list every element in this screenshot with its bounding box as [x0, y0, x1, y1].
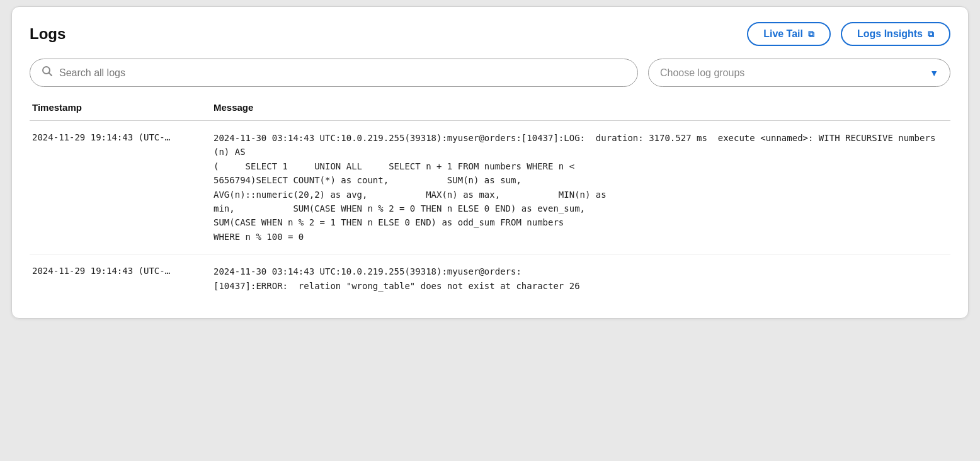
logs-panel: Logs Live Tail ⧉ Logs Insights ⧉ Choose …	[11, 6, 969, 319]
header: Logs Live Tail ⧉ Logs Insights ⧉	[30, 22, 950, 46]
log-message: 2024-11-30 03:14:43 UTC:10.0.219.255(393…	[206, 265, 950, 293]
column-header-message: Message	[206, 100, 950, 115]
svg-line-1	[49, 73, 52, 76]
live-tail-external-icon: ⧉	[808, 29, 814, 40]
logs-insights-button[interactable]: Logs Insights ⧉	[841, 22, 950, 46]
search-icon	[42, 65, 53, 80]
log-table-body: 2024-11-29 19:14:43 (UTC-… 2024-11-30 03…	[30, 121, 950, 303]
table-row: 2024-11-29 19:14:43 (UTC-… 2024-11-30 03…	[30, 254, 950, 303]
search-box	[30, 59, 638, 87]
search-row: Choose log groups ▼	[30, 59, 950, 87]
search-input[interactable]	[59, 67, 626, 79]
live-tail-label: Live Tail	[763, 28, 803, 40]
log-timestamp: 2024-11-29 19:14:43 (UTC-…	[30, 131, 206, 244]
logs-insights-external-icon: ⧉	[928, 29, 934, 40]
log-message: 2024-11-30 03:14:43 UTC:10.0.219.255(393…	[206, 131, 950, 244]
logs-insights-label: Logs Insights	[857, 28, 923, 40]
table-header: Timestamp Message	[30, 100, 950, 121]
log-timestamp: 2024-11-29 19:14:43 (UTC-…	[30, 265, 206, 293]
table-row: 2024-11-29 19:14:43 (UTC-… 2024-11-30 03…	[30, 121, 950, 254]
dropdown-arrow-icon: ▼	[930, 68, 938, 78]
header-buttons: Live Tail ⧉ Logs Insights ⧉	[747, 22, 950, 46]
log-groups-dropdown[interactable]: Choose log groups ▼	[648, 59, 950, 87]
column-header-timestamp: Timestamp	[30, 100, 206, 115]
live-tail-button[interactable]: Live Tail ⧉	[747, 22, 831, 46]
log-groups-placeholder: Choose log groups	[660, 67, 744, 79]
page-title: Logs	[30, 25, 66, 43]
